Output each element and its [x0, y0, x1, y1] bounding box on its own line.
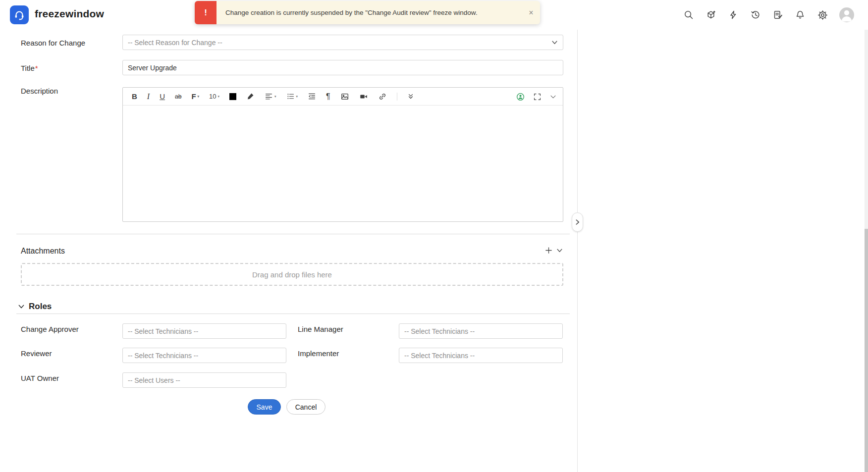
align-button[interactable]: ▾ — [265, 91, 276, 103]
description-label: Description — [21, 87, 58, 95]
cancel-button[interactable]: Cancel — [286, 399, 326, 415]
line-manager-label: Line Manager — [298, 325, 343, 333]
quick-actions-icon[interactable] — [728, 9, 739, 20]
chevron-down-icon — [551, 39, 558, 46]
page: freezewindow — [0, 0, 868, 472]
fullscreen-icon[interactable] — [533, 91, 542, 103]
font-size-button[interactable]: 10▾ — [209, 91, 219, 103]
change-approver-label: Change Approver — [21, 325, 79, 333]
alert-exclamation-icon: ! — [195, 1, 217, 24]
line-manager-select[interactable] — [399, 323, 563, 339]
strikethrough-button[interactable]: ab — [175, 91, 181, 103]
reviewer-label: Reviewer — [21, 349, 52, 358]
panel-collapse-button[interactable] — [572, 212, 583, 232]
font-family-button[interactable]: F▾ — [191, 91, 199, 103]
app-logo[interactable] — [10, 5, 29, 24]
attachments-title: Attachments — [21, 247, 65, 256]
save-button[interactable]: Save — [248, 399, 281, 415]
insert-link-icon[interactable] — [378, 91, 387, 103]
required-asterisk: * — [35, 64, 38, 72]
uat-owner-label: UAT Owner — [21, 374, 59, 382]
insert-image-icon[interactable] — [340, 91, 349, 103]
chevron-down-icon[interactable] — [549, 91, 557, 103]
caret-down-icon: ▾ — [198, 95, 200, 99]
right-panel-divider — [577, 30, 578, 472]
chevron-down-icon[interactable] — [556, 247, 563, 254]
history-icon[interactable] — [750, 9, 761, 20]
headset-logo-icon — [13, 8, 26, 21]
scrollbar-thumb[interactable] — [865, 229, 868, 472]
paragraph-button[interactable]: ¶ — [326, 91, 330, 103]
underline-button[interactable]: U — [160, 91, 165, 103]
attachments-dropzone[interactable]: Drag and drop files here — [21, 263, 563, 286]
editor-toolbar: B I U ab F▾ 10▾ ▾ ▾ — [123, 88, 563, 105]
toolbar-separator — [397, 93, 397, 101]
search-icon[interactable] — [683, 9, 694, 20]
freeze-window-alert: ! Change creation is currently suspended… — [195, 1, 540, 24]
editor-toolbar-right — [516, 88, 557, 105]
insert-video-icon[interactable] — [359, 91, 368, 103]
description-editor: B I U ab F▾ 10▾ ▾ ▾ — [122, 87, 563, 222]
implementer-select[interactable] — [399, 348, 563, 363]
chevron-down-icon — [18, 303, 25, 310]
title-input[interactable] — [122, 60, 563, 75]
font-color-button[interactable] — [229, 91, 236, 103]
app-title: freezewindow — [35, 8, 104, 20]
outdent-button[interactable] — [308, 91, 316, 103]
header-icon-bar — [683, 0, 854, 30]
reviewer-select[interactable] — [122, 348, 286, 363]
notifications-icon[interactable] — [795, 9, 806, 20]
caret-down-icon: ▾ — [296, 95, 298, 99]
font-color-swatch — [229, 93, 236, 100]
more-formats-icon[interactable] — [407, 91, 414, 103]
title-label-text: Title — [21, 64, 35, 72]
font-family-label: F — [191, 92, 196, 101]
roles-section-toggle[interactable]: Roles — [18, 302, 52, 312]
italic-button[interactable]: I — [147, 91, 150, 103]
add-attachment-icon[interactable] — [545, 247, 552, 254]
alert-close-icon[interactable]: × — [522, 8, 540, 17]
change-approver-select[interactable] — [122, 323, 286, 339]
caret-down-icon: ▾ — [274, 95, 276, 99]
section-divider — [16, 234, 570, 234]
highlight-button[interactable] — [246, 91, 255, 103]
alert-message: Change creation is currently suspended b… — [217, 9, 522, 16]
roles-title: Roles — [29, 302, 52, 312]
dropzone-text: Drag and drop files here — [252, 270, 332, 279]
roles-divider — [16, 314, 570, 314]
reason-for-change-label: Reason for Change — [21, 39, 85, 47]
attachments-tools — [545, 247, 563, 254]
caret-down-icon: ▾ — [218, 95, 220, 99]
implementer-label: Implementer — [298, 349, 339, 358]
chevron-right-icon — [575, 219, 580, 225]
approvals-icon[interactable] — [772, 9, 783, 20]
reason-for-change-select[interactable]: -- Select Reason for Change -- — [122, 35, 563, 50]
uat-owner-select[interactable] — [122, 372, 286, 388]
insert-user-icon[interactable] — [516, 91, 525, 103]
font-size-label: 10 — [209, 93, 216, 100]
reason-for-change-placeholder: -- Select Reason for Change -- — [128, 39, 551, 47]
settings-icon[interactable] — [817, 9, 828, 20]
explore-icon[interactable] — [705, 9, 716, 20]
list-button[interactable]: ▾ — [286, 91, 298, 103]
title-label: Title* — [21, 64, 38, 72]
bold-button[interactable]: B — [132, 91, 137, 103]
description-textarea[interactable] — [123, 105, 563, 221]
user-avatar[interactable] — [839, 7, 854, 22]
